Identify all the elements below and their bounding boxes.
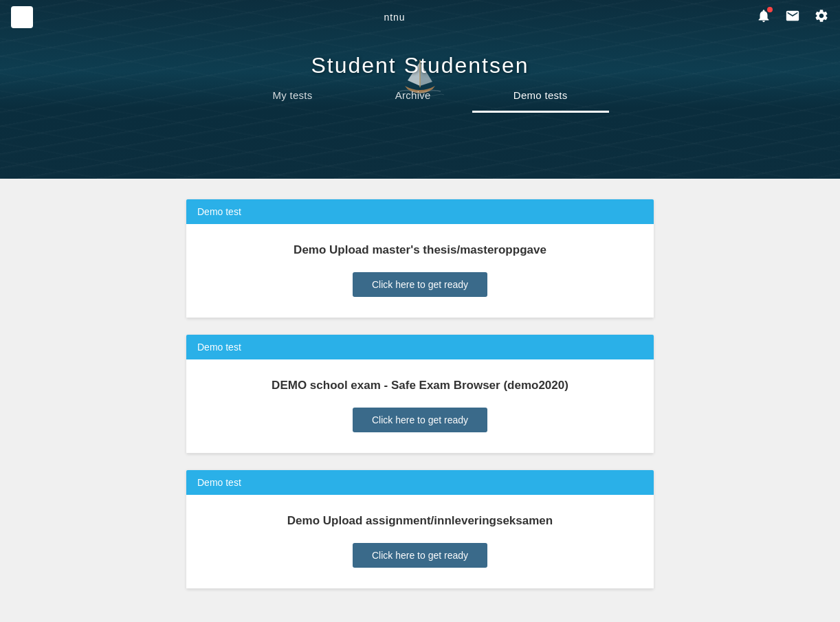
exam-card-1: Demo test Demo Upload master's thesis/ma… — [186, 199, 654, 318]
exam-card-3-button[interactable]: Click here to get ready — [353, 543, 487, 568]
svg-rect-0 — [15, 10, 21, 16]
tab-demo-tests[interactable]: Demo tests — [472, 78, 609, 113]
exam-card-1-title: Demo Upload master's thesis/masteroppgav… — [294, 243, 546, 257]
exam-card-3: Demo test Demo Upload assignment/innleve… — [186, 470, 654, 589]
notification-icon[interactable] — [756, 8, 771, 27]
tab-my-tests[interactable]: My tests — [231, 78, 353, 113]
exam-card-1-body: Demo Upload master's thesis/masteroppgav… — [186, 224, 654, 318]
exam-card-2: Demo test DEMO school exam - Safe Exam B… — [186, 335, 654, 454]
exam-card-1-button[interactable]: Click here to get ready — [353, 272, 487, 297]
exam-card-1-badge: Demo test — [186, 199, 654, 224]
exam-card-3-body: Demo Upload assignment/innleveringseksam… — [186, 495, 654, 589]
logo[interactable] — [11, 6, 33, 28]
tab-archive[interactable]: Archive — [354, 78, 472, 113]
settings-icon[interactable] — [814, 8, 829, 27]
tabs-bar: My tests Archive Demo tests — [231, 78, 608, 113]
site-name: ntnu — [384, 12, 405, 23]
mail-icon[interactable] — [785, 8, 800, 27]
exam-card-2-button[interactable]: Click here to get ready — [353, 408, 487, 432]
exam-card-2-title: DEMO school exam - Safe Exam Browser (de… — [272, 379, 568, 392]
exam-card-2-body: DEMO school exam - Safe Exam Browser (de… — [186, 359, 654, 454]
main-content: Demo test Demo Upload master's thesis/ma… — [173, 199, 667, 589]
exam-card-2-badge: Demo test — [186, 335, 654, 359]
svg-rect-2 — [15, 18, 21, 24]
topnav: ntnu — [0, 0, 840, 34]
notification-dot — [767, 7, 773, 12]
exam-card-3-badge: Demo test — [186, 470, 654, 495]
svg-rect-3 — [23, 18, 29, 24]
hero-title: Student Studentsen — [311, 53, 529, 78]
nav-left — [11, 6, 33, 28]
exam-card-3-title: Demo Upload assignment/innleveringseksam… — [287, 514, 553, 528]
nav-right — [756, 8, 829, 27]
svg-rect-1 — [23, 10, 29, 16]
